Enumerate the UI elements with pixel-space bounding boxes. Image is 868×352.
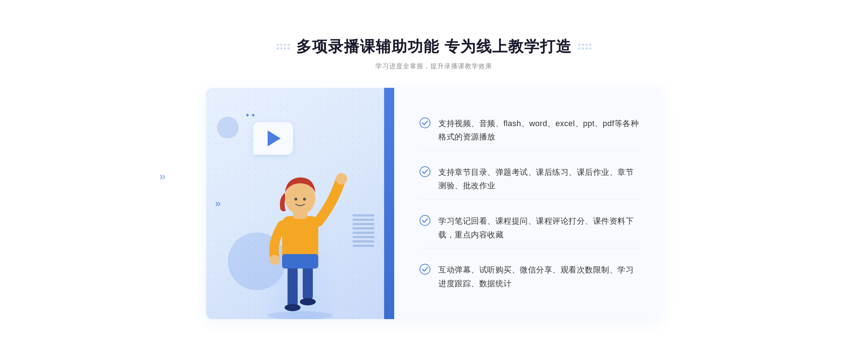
title-deco-left [277, 44, 290, 50]
deco-stripes [353, 214, 374, 247]
svg-rect-12 [282, 254, 318, 269]
content-area: ✦ ✦ [206, 88, 662, 319]
feature-item-2: 支持章节目录、弹题考试、课后练习、课后作业、章节测验、批改作业 [420, 159, 640, 199]
deco-circle-small [217, 117, 239, 138]
header-section: 多项录播课辅助功能 专为线上教学打造 学习进度全掌握，提升录播课教学效果 [277, 37, 591, 70]
svg-point-14 [420, 167, 430, 177]
check-icon-1 [420, 117, 430, 128]
page-deco-left: » [159, 169, 166, 183]
feature-text-2: 支持章节目录、弹题考试、课后练习、课后作业、章节测验、批改作业 [438, 166, 640, 193]
svg-point-6 [336, 173, 347, 185]
feature-item-3: 学习笔记回看、课程提问、课程评论打分、课件资料下载，重点内容收藏 [420, 208, 640, 248]
feature-text-3: 学习笔记回看、课程提问、课程评论打分、课件资料下载，重点内容收藏 [438, 214, 640, 241]
features-panel: 支持视频、音频、flash、word、excel、ppt、pdf等各种格式的资源… [394, 88, 662, 319]
title-deco-right [578, 44, 591, 50]
svg-point-13 [420, 118, 430, 128]
check-icon-3 [420, 215, 430, 226]
accent-bar [384, 88, 394, 319]
person-figure [246, 146, 354, 319]
illustration-panel: ✦ ✦ [206, 88, 394, 319]
svg-point-4 [300, 298, 316, 305]
title-row: 多项录播课辅助功能 专为线上教学打造 [277, 37, 591, 57]
svg-point-15 [420, 215, 430, 226]
svg-point-3 [285, 304, 301, 311]
page-title: 多项录播课辅助功能 专为线上教学打造 [296, 37, 572, 57]
svg-point-0 [268, 311, 333, 319]
feature-text-1: 支持视频、音频、flash、word、excel、ppt、pdf等各种格式的资源… [438, 117, 640, 144]
feature-item-4: 互动弹幕、试听购买、微信分享、观看次数限制、学习进度跟踪、数据统计 [420, 257, 640, 297]
svg-point-11 [303, 198, 306, 201]
play-icon [268, 130, 281, 146]
check-icon-4 [420, 264, 430, 275]
svg-point-10 [294, 198, 297, 201]
page-container: 多项录播课辅助功能 专为线上教学打造 学习进度全掌握，提升录播课教学效果 [0, 22, 868, 330]
exclaim-deco: ✦ ✦ [245, 112, 255, 118]
svg-point-7 [270, 255, 280, 265]
svg-point-16 [420, 264, 430, 274]
feature-item-1: 支持视频、音频、flash、word、excel、ppt、pdf等各种格式的资源… [420, 110, 640, 151]
page-subtitle: 学习进度全掌握，提升录播课教学效果 [375, 62, 492, 70]
feature-text-4: 互动弹幕、试听购买、微信分享、观看次数限制、学习进度跟踪、数据统计 [438, 263, 640, 290]
check-icon-2 [420, 166, 430, 177]
left-arrow-deco: » [215, 198, 221, 209]
